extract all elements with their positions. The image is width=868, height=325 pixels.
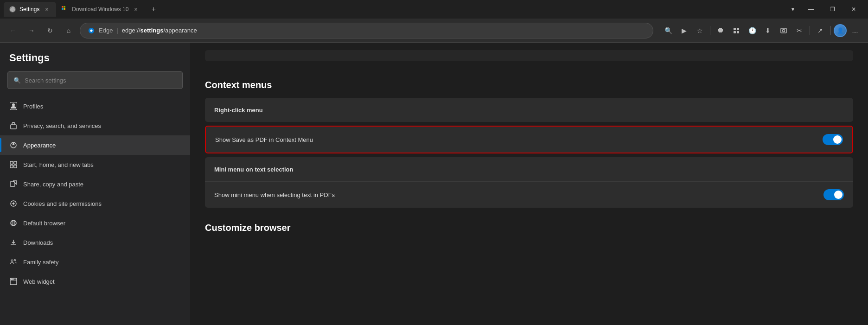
share-icon[interactable]: ↗	[813, 23, 828, 38]
appearance-icon	[9, 141, 18, 149]
show-save-pdf-label: Show Save as PDF in Context Menu	[215, 136, 313, 143]
sidebar-item-share-copy[interactable]: Share, copy and paste	[0, 174, 190, 194]
svg-point-22	[11, 260, 13, 261]
show-mini-menu-pdf-row: Show mini menu when selecting text in PD…	[205, 181, 853, 208]
more-tools-icon[interactable]: …	[848, 23, 862, 38]
minimize-button[interactable]: —	[800, 2, 822, 17]
sidebar-item-downloads-label: Downloads	[23, 239, 53, 246]
sidebar-item-web-widget-label: Web widget	[23, 278, 55, 285]
tab-list-button[interactable]: ▾	[785, 2, 800, 17]
svg-point-9	[783, 29, 785, 32]
svg-point-10	[12, 103, 15, 106]
right-click-menu-row: Right-click menu	[205, 98, 853, 122]
download-tab-close[interactable]: ✕	[132, 6, 140, 13]
settings-tab-label: Settings	[19, 6, 39, 13]
home-button[interactable]: ⌂	[61, 23, 76, 38]
address-divider: |	[116, 27, 118, 34]
default-browser-icon	[9, 219, 18, 227]
favorites-icon[interactable]: ☆	[692, 23, 707, 38]
screenshot-icon[interactable]	[776, 23, 791, 38]
address-input[interactable]: Edge | edge://settings/appearance	[80, 23, 653, 38]
close-button[interactable]: ✕	[843, 2, 864, 17]
sidebar-item-privacy[interactable]: Privacy, search, and services	[0, 116, 190, 135]
svg-point-23	[14, 260, 16, 261]
new-tab-button[interactable]: +	[147, 3, 160, 16]
sidebar-item-cookies-label: Cookies and site permissions	[23, 200, 102, 207]
tab-download[interactable]: Download Windows 10 ✕	[56, 2, 145, 17]
sidebar-item-profiles-label: Profiles	[23, 103, 43, 110]
cookies-icon	[9, 199, 18, 208]
svg-rect-5	[737, 28, 739, 30]
svg-point-25	[11, 279, 12, 280]
toolbar-icons: 🔍 ▶ ☆ 🕐 ⬇ ✂ ↗ 👤	[661, 23, 862, 38]
search-icon: 🔍	[13, 77, 21, 84]
svg-rect-7	[737, 31, 739, 33]
sidebar-item-downloads[interactable]: Downloads	[0, 233, 190, 252]
tab-settings[interactable]: Settings ✕	[4, 2, 56, 17]
sidebar-item-web-widget[interactable]: Web widget	[0, 272, 190, 291]
sidebar-item-family-safety-label: Family safety	[23, 259, 59, 266]
mini-menu-card: Mini menu on text selection Show mini me…	[205, 157, 853, 208]
sidebar-item-family-safety[interactable]: Family safety	[0, 252, 190, 272]
mini-menu-row: Mini menu on text selection	[205, 157, 853, 181]
sidebar-title: Settings	[0, 52, 190, 71]
mini-menu-label: Mini menu on text selection	[214, 166, 293, 173]
section-context-menus-title: Context menus	[205, 69, 853, 98]
settings-tab-close[interactable]: ✕	[43, 6, 51, 13]
search-box[interactable]: 🔍 Search settings	[7, 71, 183, 89]
show-mini-menu-pdf-label: Show mini menu when selecting text in PD…	[214, 191, 335, 198]
show-save-pdf-toggle-knob	[833, 135, 842, 144]
read-aloud-icon[interactable]: ▶	[677, 23, 691, 38]
sidebar-item-cookies[interactable]: Cookies and site permissions	[0, 194, 190, 213]
profiles-icon	[9, 102, 18, 110]
svg-rect-15	[14, 161, 17, 164]
forward-button[interactable]: →	[24, 23, 39, 38]
svg-rect-3	[64, 8, 66, 10]
top-partial-card	[205, 50, 853, 61]
address-url: edge://settings/appearance	[122, 27, 197, 34]
sidebar-item-default-browser-label: Default browser	[23, 220, 65, 227]
restore-button[interactable]: ❐	[822, 2, 843, 17]
svg-rect-16	[10, 165, 13, 168]
sidebar-item-appearance[interactable]: Appearance	[0, 135, 190, 155]
address-edge-label: Edge	[99, 27, 113, 34]
toolbar-separator-2	[810, 26, 810, 35]
start-home-icon	[9, 160, 18, 169]
svg-rect-2	[62, 8, 64, 10]
sidebar: Settings 🔍 Search settings Profiles	[0, 43, 190, 325]
zoom-icon[interactable]: 🔍	[661, 23, 676, 38]
tab-list: Settings ✕ Download Windows 10 ✕ +	[4, 2, 160, 17]
address-settings: settings	[140, 27, 164, 34]
scroll-spacer	[205, 43, 853, 50]
history-icon[interactable]: 🕐	[745, 23, 760, 38]
toolbar-separator-1	[710, 26, 710, 35]
show-save-pdf-toggle[interactable]	[823, 134, 843, 145]
sidebar-item-start-home[interactable]: Start, home, and new tabs	[0, 155, 190, 174]
family-safety-icon	[9, 258, 18, 266]
show-mini-menu-pdf-toggle-knob	[834, 191, 842, 199]
sidebar-item-start-home-label: Start, home, and new tabs	[23, 161, 94, 168]
content-area: Context menus Right-click menu Show Save…	[190, 43, 868, 325]
svg-point-20	[13, 203, 14, 204]
share-copy-icon	[9, 180, 18, 188]
show-mini-menu-pdf-toggle[interactable]	[823, 189, 844, 200]
extensions-icon[interactable]	[713, 23, 728, 38]
svg-rect-1	[64, 6, 66, 8]
profile-avatar[interactable]: 👤	[834, 24, 847, 37]
edge-logo-icon	[88, 27, 95, 34]
back-button[interactable]: ←	[6, 23, 20, 38]
collections-icon[interactable]	[729, 23, 744, 38]
sidebar-item-default-browser[interactable]: Default browser	[0, 213, 190, 233]
reload-button[interactable]: ↻	[43, 23, 57, 38]
sidebar-item-profiles[interactable]: Profiles	[0, 96, 190, 116]
section-customize-browser-title: Customize browser	[205, 211, 853, 241]
svg-rect-14	[10, 161, 13, 164]
svg-point-26	[13, 279, 13, 280]
downloads-icon[interactable]: ⬇	[760, 23, 775, 38]
svg-rect-0	[62, 6, 64, 8]
web-capture-icon[interactable]: ✂	[792, 23, 807, 38]
svg-rect-17	[14, 165, 17, 168]
right-click-menu-label: Right-click menu	[214, 107, 263, 114]
title-bar: Settings ✕ Download Windows 10 ✕ + ▾ — ❐…	[0, 0, 868, 19]
toolbar-separator-3	[830, 26, 831, 35]
